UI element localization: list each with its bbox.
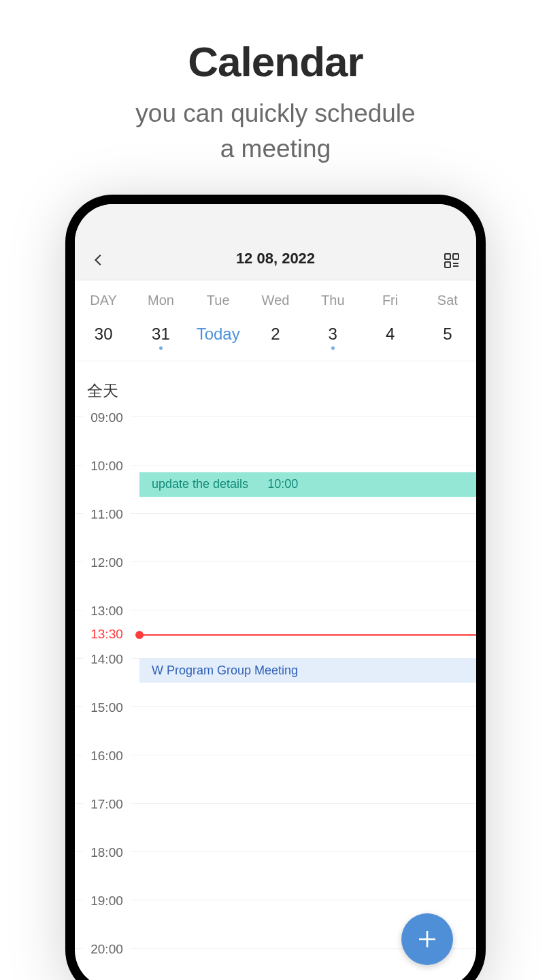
hour-label: 15:00 [83,699,131,717]
svg-rect-2 [445,262,450,267]
event-time: 10:00 [267,477,298,491]
week-header: DAYMonTueWedThuFriSat [75,280,476,308]
phone-frame: 12 08, 2022 DAYMonTueWedThuFriSat 3031To… [65,195,486,980]
hour-label: 10:00 [83,457,131,475]
now-dot-icon [135,631,144,639]
hour-label: 11:00 [83,506,131,523]
hour-label: 16:00 [83,747,131,765]
week-label: Wed [247,293,304,308]
timeline[interactable]: 09:0010:0011:0012:0013:0014:0015:0016:00… [75,408,476,980]
svg-rect-1 [453,254,458,259]
week-label: Mon [132,293,189,308]
week-label: Thu [304,293,361,308]
hour-row: 12:00 [75,561,476,610]
week-label: Fri [361,293,418,308]
date-cell[interactable]: 2 [247,325,304,350]
week-label: DAY [75,293,132,308]
event-dot [159,346,163,350]
date-cell[interactable]: 5 [419,325,476,350]
hour-label: 19:00 [83,892,131,910]
hour-row: 11:00 [75,513,476,561]
hour-label: 09:00 [83,409,131,427]
date-row: 3031Today2345 [75,308,476,361]
promo-subtitle: you can quickly schedule a meeting [0,96,551,167]
event-block[interactable]: W Program Group Meeting [139,658,476,683]
hour-label: 17:00 [83,796,131,813]
week-label: Sat [419,293,476,308]
back-button[interactable] [91,252,106,267]
hour-label: 12:00 [83,554,131,572]
date-cell[interactable]: 4 [361,325,418,350]
hour-row: 18:00 [75,851,476,900]
date-cell[interactable]: 30 [75,325,132,350]
hour-label: 20:00 [83,941,131,958]
phone-mockup: 12 08, 2022 DAYMonTueWedThuFriSat 3031To… [65,195,486,980]
event-dot [331,346,335,350]
now-label: 13:30 [83,627,131,642]
view-grid-icon[interactable] [444,252,460,269]
hour-label: 13:00 [83,602,131,620]
event-block[interactable]: update the details10:00 [139,472,476,497]
add-event-button[interactable] [401,913,453,965]
date-today[interactable]: Today [190,325,247,350]
hour-label: 18:00 [83,844,131,862]
now-line [139,634,476,636]
nav-title[interactable]: 12 08, 2022 [91,250,460,267]
date-cell[interactable]: 3 [304,325,361,350]
hour-row: 17:00 [75,803,476,851]
svg-rect-0 [445,254,450,259]
hour-row: 09:00 [75,416,476,465]
hour-row: 15:00 [75,706,476,755]
nav-bar: 12 08, 2022 [75,204,476,280]
all-day-label: 全天 [75,361,476,408]
week-label: Tue [190,293,247,308]
hour-row: 16:00 [75,755,476,803]
hour-label: 14:00 [83,651,131,668]
event-title: W Program Group Meeting [152,664,298,678]
date-cell[interactable]: 31 [132,325,189,350]
promo-title: Calendar [0,37,551,86]
phone-screen: 12 08, 2022 DAYMonTueWedThuFriSat 3031To… [75,204,476,980]
event-title: update the details [152,477,248,491]
